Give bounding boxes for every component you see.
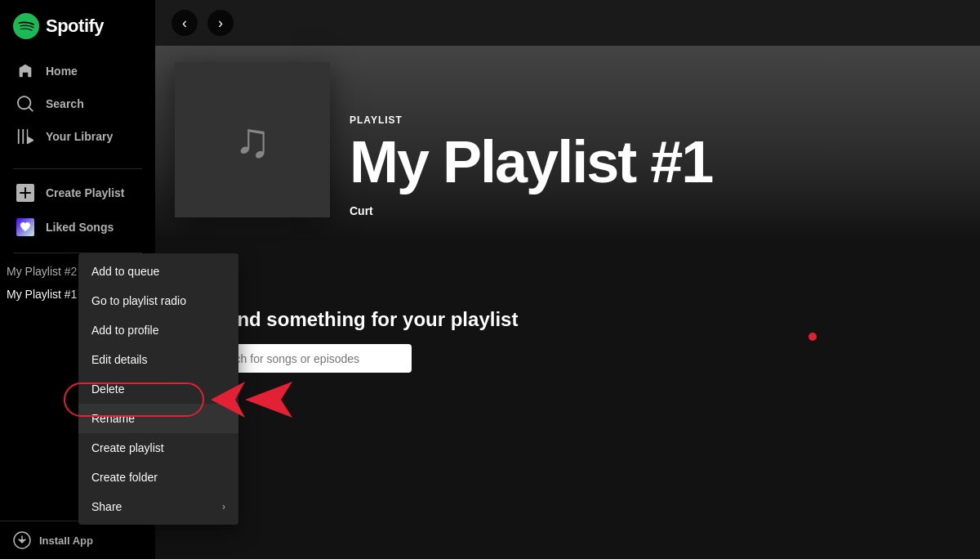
sidebar-bottom: Install App xyxy=(0,521,155,559)
red-dot-indicator xyxy=(808,333,817,341)
hero-section: ♫ PLAYLIST My Playlist #1 Curt xyxy=(155,46,980,240)
back-button[interactable]: ‹ xyxy=(172,10,198,36)
ctx-rename[interactable]: Rename xyxy=(78,404,238,433)
sidebar-divider xyxy=(13,168,142,169)
create-playlist-icon xyxy=(16,184,34,202)
liked-songs-label: Liked Songs xyxy=(46,221,114,234)
spotify-logo-icon xyxy=(13,13,39,39)
home-label: Home xyxy=(46,65,78,78)
sidebar-top: Spotify Home Search Your Library xyxy=(0,0,155,160)
install-app-label: Install App xyxy=(39,534,93,547)
spotify-wordmark: Spotify xyxy=(46,16,104,37)
sidebar-item-home[interactable]: Home xyxy=(13,56,145,87)
ctx-create-playlist[interactable]: Create playlist xyxy=(78,433,238,463)
playlist-art: ♫ xyxy=(175,62,330,217)
home-icon xyxy=(16,62,34,80)
liked-songs-action[interactable]: Liked Songs xyxy=(13,212,145,243)
library-label: Your Library xyxy=(46,130,113,143)
ctx-add-to-queue[interactable]: Add to queue xyxy=(78,257,238,286)
spotify-logo[interactable]: Spotify xyxy=(13,13,145,39)
ctx-create-folder[interactable]: Create folder xyxy=(78,463,238,492)
find-something-section: Let's find something for your playlist 🔍 xyxy=(175,292,960,389)
playlist-body: Let's find something for your playlist 🔍 xyxy=(155,292,980,559)
ctx-edit-details[interactable]: Edit details xyxy=(78,345,238,374)
controls-bar: ... xyxy=(155,240,980,292)
library-icon xyxy=(16,127,34,145)
sidebar-item-library[interactable]: Your Library xyxy=(13,121,145,152)
music-note-icon: ♫ xyxy=(234,112,271,168)
topbar: ‹ › xyxy=(155,0,980,46)
forward-button[interactable]: › xyxy=(207,10,234,36)
find-something-title: Let's find something for your playlist xyxy=(175,308,960,331)
main-content: ‹ › ♫ PLAYLIST My Playlist #1 Curt ... L… xyxy=(155,0,980,559)
liked-songs-icon xyxy=(16,218,34,236)
ctx-share[interactable]: Share › xyxy=(78,492,238,521)
create-playlist-label: Create Playlist xyxy=(46,186,125,199)
ctx-delete[interactable]: Delete xyxy=(78,374,238,404)
svg-point-0 xyxy=(13,13,39,39)
playlist-title: My Playlist #1 xyxy=(350,132,960,191)
install-app-button[interactable]: Install App xyxy=(13,531,142,549)
create-playlist-action[interactable]: Create Playlist xyxy=(13,177,145,208)
download-icon xyxy=(13,531,31,549)
context-menu: Add to queue Go to playlist radio Add to… xyxy=(78,253,238,525)
ctx-add-to-profile[interactable]: Add to profile xyxy=(78,315,238,345)
sidebar-item-search[interactable]: Search xyxy=(13,88,145,119)
search-label: Search xyxy=(46,97,84,110)
playlist-type-label: PLAYLIST xyxy=(350,114,960,126)
song-search-input[interactable] xyxy=(211,352,400,365)
ctx-go-to-playlist-radio[interactable]: Go to playlist radio xyxy=(78,286,238,315)
playlist-owner: Curt xyxy=(350,204,960,217)
search-icon xyxy=(16,95,34,113)
playlist-info: PLAYLIST My Playlist #1 Curt xyxy=(350,114,960,217)
share-submenu-chevron: › xyxy=(222,501,225,512)
